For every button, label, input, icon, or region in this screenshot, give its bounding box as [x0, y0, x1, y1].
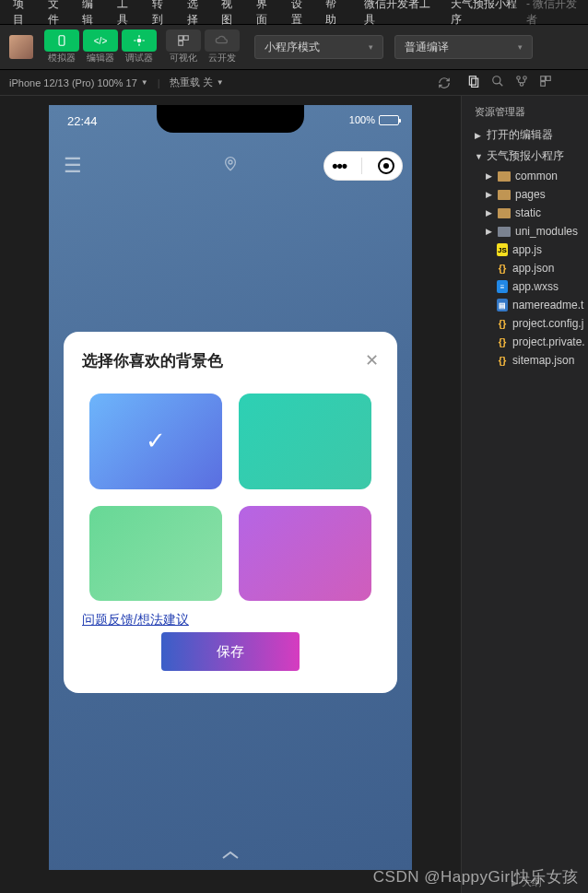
- svg-rect-4: [179, 41, 183, 46]
- branch-icon[interactable]: [515, 75, 528, 90]
- svg-rect-3: [184, 36, 189, 41]
- color-swatch-green[interactable]: [89, 506, 222, 602]
- caret-down-icon: ▼: [217, 78, 224, 87]
- svg-rect-17: [541, 76, 546, 81]
- visual-label: 可视化: [166, 52, 201, 65]
- app-name: 微信开发者工具: [364, 0, 434, 28]
- battery-icon: [379, 115, 399, 125]
- color-grid: ✓: [82, 394, 379, 601]
- debugger-button[interactable]: [122, 29, 157, 52]
- menu-tools[interactable]: 工具: [110, 0, 145, 28]
- color-swatch-purple[interactable]: [239, 506, 371, 602]
- folder-static[interactable]: ▶static: [462, 204, 588, 222]
- menu-select[interactable]: 选择: [180, 0, 215, 28]
- simulator-pane: 22:44 100% ☰ ••• 选择你喜欢的背景色 ✕: [0, 96, 461, 893]
- svg-rect-19: [541, 82, 546, 87]
- capsule-menu-icon[interactable]: •••: [332, 157, 347, 176]
- compile-dropdown-label: 普通编译: [405, 40, 449, 55]
- menu-file[interactable]: 文件: [41, 0, 76, 28]
- battery-percent: 100%: [349, 114, 375, 125]
- opened-editors-section[interactable]: ▶打开的编辑器: [462, 124, 588, 146]
- simulator-button[interactable]: [44, 29, 79, 52]
- editor-label: 编辑器: [83, 52, 118, 65]
- svg-point-10: [229, 160, 232, 164]
- hot-reload-toggle[interactable]: 热重载 关: [170, 76, 213, 89]
- outline-section[interactable]: ▶大纲: [512, 875, 542, 889]
- toolbar: </> 模拟器 编辑器 调试器 可视化 云开发 小程序模式 ▾ 普通编译 ▾: [0, 24, 588, 70]
- project-sub: - 微信开发者: [526, 0, 582, 28]
- folder-common[interactable]: ▶common: [462, 167, 588, 185]
- app-navbar: ☰ •••: [49, 146, 412, 186]
- svg-point-1: [137, 39, 142, 43]
- menu-settings[interactable]: 设置: [284, 0, 319, 28]
- editor-button[interactable]: </>: [83, 29, 118, 52]
- feedback-link[interactable]: 问题反馈/想法建议: [82, 612, 189, 629]
- refresh-icon[interactable]: [432, 74, 456, 92]
- extensions-icon[interactable]: [539, 75, 552, 90]
- menu-view[interactable]: 视图: [214, 0, 249, 28]
- sidebar: 资源管理器 ▶打开的编辑器 ▼天气预报小程序 ▶common ▶pages ▶s…: [461, 96, 588, 893]
- color-swatch-teal[interactable]: [239, 394, 371, 489]
- cloud-button[interactable]: [205, 29, 240, 52]
- menu-project[interactable]: 项目: [6, 0, 41, 28]
- search-icon[interactable]: [491, 75, 504, 90]
- chevron-up-icon[interactable]: [219, 848, 241, 864]
- avatar[interactable]: [9, 35, 33, 59]
- file-app-js[interactable]: JSapp.js: [462, 241, 588, 259]
- visual-button[interactable]: [166, 29, 201, 52]
- file-app-json[interactable]: {}app.json: [462, 259, 588, 277]
- hamburger-icon[interactable]: ☰: [64, 154, 82, 178]
- folder-pages[interactable]: ▶pages: [462, 185, 588, 204]
- file-project-private[interactable]: {}project.private.: [462, 333, 588, 351]
- menu-help[interactable]: 帮助: [318, 0, 353, 28]
- svg-rect-11: [469, 76, 476, 85]
- menu-interface[interactable]: 界面: [249, 0, 284, 28]
- status-battery: 100%: [349, 114, 399, 125]
- file-readme[interactable]: ▤namereadme.t: [462, 296, 588, 314]
- phone-notch: [157, 105, 304, 133]
- svg-rect-12: [472, 78, 478, 87]
- divider: [361, 158, 362, 174]
- file-app-wxss[interactable]: ≡app.wxss: [462, 277, 588, 296]
- menu-goto[interactable]: 转到: [145, 0, 180, 28]
- main-area: 22:44 100% ☰ ••• 选择你喜欢的背景色 ✕: [0, 96, 588, 893]
- simulator-label: 模拟器: [44, 52, 79, 65]
- phone-simulator: 22:44 100% ☰ ••• 选择你喜欢的背景色 ✕: [49, 105, 412, 870]
- color-swatch-blue[interactable]: ✓: [89, 394, 222, 489]
- debugger-label: 调试器: [122, 52, 157, 65]
- capsule-close-icon[interactable]: [378, 158, 394, 174]
- svg-rect-18: [547, 76, 551, 81]
- check-icon: ✓: [146, 427, 166, 455]
- location-icon[interactable]: [223, 156, 238, 176]
- sidebar-icon-bar: [462, 70, 588, 96]
- file-tree: ▶打开的编辑器 ▼天气预报小程序 ▶common ▶pages ▶static …: [462, 124, 588, 370]
- mode-dropdown[interactable]: 小程序模式 ▾: [254, 35, 383, 59]
- menu-edit[interactable]: 编辑: [75, 0, 110, 28]
- file-sitemap[interactable]: {}sitemap.json: [462, 351, 588, 370]
- file-project-config[interactable]: {}project.config.j: [462, 314, 588, 333]
- caret-down-icon: ▾: [369, 42, 373, 52]
- cloud-label: 云开发: [205, 52, 240, 65]
- caret-down-icon: ▼: [141, 78, 148, 87]
- modal-title: 选择你喜欢的背景色: [82, 350, 379, 371]
- compile-dropdown[interactable]: 普通编译 ▾: [394, 35, 533, 59]
- svg-point-14: [517, 76, 521, 80]
- svg-point-13: [493, 76, 500, 84]
- explorer-icon[interactable]: [467, 75, 480, 90]
- divider: |: [158, 77, 160, 88]
- color-picker-modal: 选择你喜欢的背景色 ✕ ✓ 问题反馈/想法建议 保存: [64, 332, 397, 693]
- save-button[interactable]: 保存: [161, 632, 300, 671]
- svg-rect-0: [59, 36, 65, 46]
- close-icon[interactable]: ✕: [365, 350, 379, 370]
- svg-rect-2: [179, 36, 183, 41]
- panel-title: 资源管理器: [462, 96, 588, 124]
- mode-dropdown-label: 小程序模式: [265, 40, 320, 55]
- wechat-capsule: •••: [323, 151, 403, 181]
- project-root[interactable]: ▼天气预报小程序: [462, 146, 588, 167]
- caret-down-icon: ▾: [518, 42, 523, 52]
- folder-uni-modules[interactable]: ▶uni_modules: [462, 222, 588, 241]
- svg-point-15: [523, 76, 527, 80]
- device-selector[interactable]: iPhone 12/13 (Pro) 100% 17: [9, 77, 137, 88]
- project-name: 天气预报小程序: [451, 0, 521, 28]
- menubar: 项目 文件 编辑 工具 转到 选择 视图 界面 设置 帮助 微信开发者工具 天气…: [0, 0, 588, 24]
